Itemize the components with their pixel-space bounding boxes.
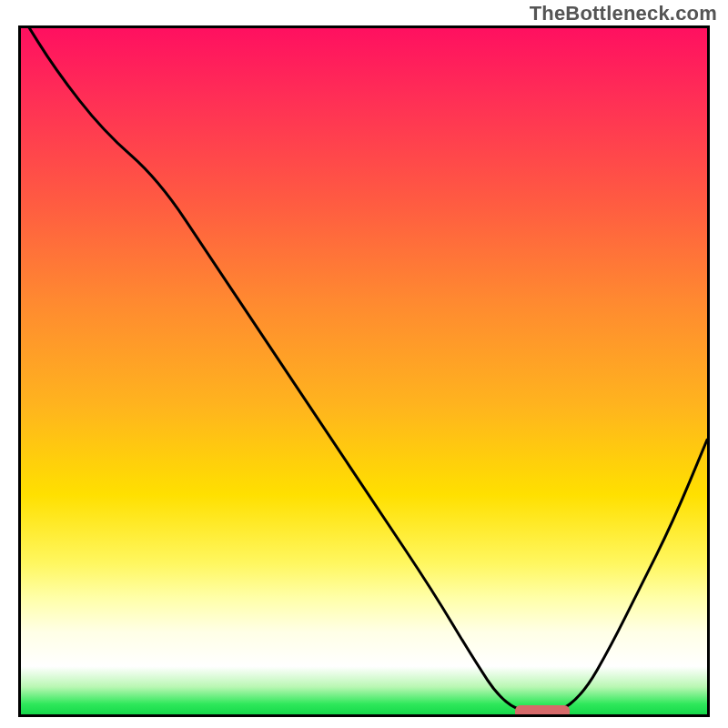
watermark-text: TheBottleneck.com bbox=[530, 2, 717, 25]
curve-path bbox=[21, 28, 707, 714]
chart-frame bbox=[18, 25, 710, 717]
bottleneck-curve bbox=[21, 28, 707, 714]
optimum-marker bbox=[515, 705, 570, 717]
